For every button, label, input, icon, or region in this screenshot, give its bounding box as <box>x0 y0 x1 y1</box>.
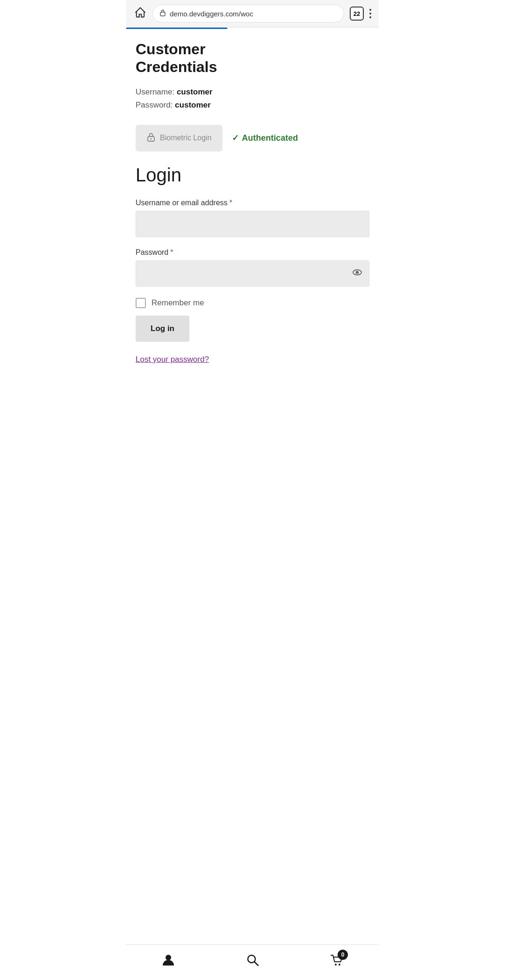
login-title: Login <box>136 165 369 186</box>
svg-point-2 <box>151 138 152 139</box>
svg-rect-0 <box>160 12 165 16</box>
tab-count[interactable]: 22 <box>350 7 364 21</box>
search-icon <box>245 952 260 971</box>
svg-point-9 <box>335 964 337 966</box>
remember-me-checkbox[interactable] <box>136 298 146 308</box>
username-input[interactable] <box>136 211 369 237</box>
page-content: Customer Credentials Username: customer … <box>126 29 379 944</box>
remember-me-row: Remember me <box>136 298 369 308</box>
checkmark-icon: ✓ <box>232 133 239 143</box>
svg-point-6 <box>166 955 171 960</box>
authenticated-status: ✓ Authenticated <box>232 133 298 143</box>
url-text: demo.devdiggers.com/woc <box>170 10 253 18</box>
username-field-group: Username or email address* <box>136 199 369 237</box>
password-label: Password* <box>136 248 369 257</box>
more-menu-button[interactable] <box>369 9 371 18</box>
username-credential: Username: customer <box>136 87 369 97</box>
toggle-password-icon[interactable] <box>352 267 363 280</box>
login-button[interactable]: Log in <box>136 316 189 342</box>
username-label: Username or email address* <box>136 199 369 207</box>
home-icon[interactable] <box>134 6 147 21</box>
account-icon <box>161 952 176 971</box>
lock-icon-browser <box>159 9 166 18</box>
credentials-title: Customer Credentials <box>136 40 369 76</box>
password-wrapper <box>136 260 369 287</box>
nav-search[interactable] <box>245 952 260 971</box>
svg-point-10 <box>339 964 340 966</box>
nav-cart[interactable]: 0 <box>329 952 344 971</box>
address-bar[interactable]: demo.devdiggers.com/woc <box>152 5 344 22</box>
login-section: Login Username or email address* Passwor… <box>136 165 369 364</box>
svg-line-8 <box>254 962 258 966</box>
remember-me-label: Remember me <box>152 298 204 308</box>
password-required: * <box>170 248 173 256</box>
cart-badge: 0 <box>338 950 348 960</box>
password-field-group: Password* <box>136 248 369 287</box>
biometric-login-button[interactable]: Biometric Login <box>136 125 223 151</box>
browser-chrome: demo.devdiggers.com/woc 22 <box>126 0 379 28</box>
username-required: * <box>230 199 232 207</box>
lost-password-link[interactable]: Lost your password? <box>136 355 209 364</box>
biometric-row: Biometric Login ✓ Authenticated <box>136 125 369 151</box>
nav-account[interactable] <box>161 952 176 971</box>
credentials-section: Customer Credentials Username: customer … <box>136 40 369 110</box>
password-credential: Password: customer <box>136 101 369 110</box>
password-input[interactable] <box>136 260 369 287</box>
biometric-lock-icon <box>147 132 155 144</box>
bottom-nav: 0 <box>126 944 379 980</box>
